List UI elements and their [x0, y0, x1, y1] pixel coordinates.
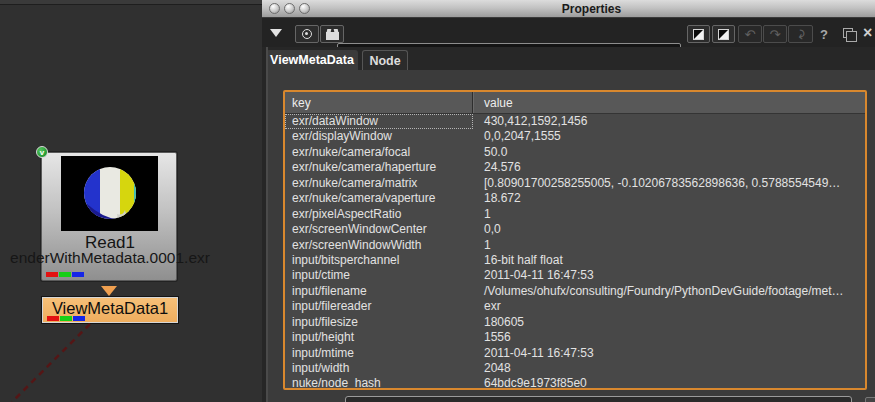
key-cell[interactable]: exr/screenWindowWidth [285, 238, 473, 253]
window-title: Properties [262, 2, 875, 16]
table-row[interactable]: exr/nuke/camera/matrix [0.80901700258255… [285, 176, 865, 191]
redo-button[interactable]: ↷ [763, 25, 787, 43]
key-cell[interactable]: input/filereader [285, 299, 473, 314]
value-cell[interactable]: 1556 [473, 330, 865, 345]
value-cell[interactable]: /Volumes/ohufx/consulting/Foundry/Python… [473, 284, 865, 299]
value-cell[interactable]: 1 [473, 238, 865, 253]
monitor-icon [326, 32, 339, 40]
key-cell[interactable]: exr/dataWindow [285, 114, 473, 129]
key-cell[interactable]: exr/nuke/camera/focal [285, 145, 473, 160]
key-cell[interactable]: input/width [285, 361, 473, 376]
table-row[interactable]: exr/dataWindow 430,412,1592,1456 [285, 114, 865, 129]
undo-icon: ↶ [745, 28, 756, 41]
key-cell[interactable]: exr/nuke/camera/matrix [285, 176, 473, 191]
value-cell[interactable]: 2011-04-11 16:47:53 [473, 268, 865, 283]
viewer-connection-wire [0, 320, 120, 402]
metadata-table[interactable]: key value exr/dataWindow 430,412,1592,14… [283, 90, 867, 390]
key-cell[interactable]: exr/nuke/camera/haperture [285, 160, 473, 175]
table-row[interactable]: input/filesize 180605 [285, 315, 865, 330]
panel-header: ↶ ↷ ↷ ? × [262, 18, 875, 47]
key-cell[interactable]: exr/displayWindow [285, 129, 473, 144]
key-cell[interactable]: input/bitsperchannel [285, 253, 473, 268]
search-input-partial[interactable] [345, 396, 852, 402]
key-cell[interactable]: input/filename [285, 284, 473, 299]
tab-viewmetadata[interactable]: ViewMetaData [266, 50, 358, 70]
revert-icon: ↷ [793, 28, 808, 41]
key-cell[interactable]: input/mtime [285, 346, 473, 361]
table-row[interactable]: exr/displayWindow 0,0,2047,1555 [285, 129, 865, 144]
value-cell[interactable]: 24.576 [473, 160, 865, 175]
help-button[interactable]: ? [820, 27, 828, 42]
key-cell[interactable]: input/filesize [285, 315, 473, 330]
beachball-thumbnail-image [61, 156, 158, 231]
key-cell[interactable]: exr/nuke/camera/vaperture [285, 191, 473, 206]
table-header-row: key value [285, 92, 865, 114]
table-row[interactable]: input/filename /Volumes/ohufx/consulting… [285, 284, 865, 299]
split-square-icon [718, 29, 729, 40]
read1-thumbnail [61, 156, 158, 231]
value-cell[interactable]: [0.80901700258255005, -0.102067835628986… [473, 176, 865, 191]
key-cell[interactable]: input/height [285, 330, 473, 345]
key-cell[interactable]: nuke/node_hash [285, 376, 473, 390]
column-header-value[interactable]: value [473, 92, 865, 113]
read1-channel-strip [46, 272, 84, 277]
value-cell[interactable]: 180605 [473, 315, 865, 330]
read1-filename: enderWithMetadata.0001.exr [0, 249, 262, 267]
metadata-table-body: exr/dataWindow 430,412,1592,1456 exr/dis… [285, 114, 865, 390]
partial-button[interactable] [865, 397, 875, 402]
table-row[interactable]: input/bitsperchannel 16-bit half float [285, 253, 865, 268]
column-header-key[interactable]: key [285, 92, 473, 113]
properties-window: Properties ↶ ↷ ↷ [262, 0, 875, 402]
value-cell[interactable]: 2011-04-11 16:47:53 [473, 346, 865, 361]
table-row[interactable]: exr/pixelAspectRatio 1 [285, 207, 865, 222]
key-cell[interactable]: exr/pixelAspectRatio [285, 207, 473, 222]
table-row[interactable]: input/mtime 2011-04-11 16:47:53 [285, 346, 865, 361]
value-cell[interactable]: 430,412,1592,1456 [473, 114, 865, 129]
table-row[interactable]: exr/nuke/camera/vaperture 18.672 [285, 191, 865, 206]
float-window-icon[interactable] [843, 28, 853, 38]
node-input-arrow-icon[interactable] [101, 286, 117, 296]
value-cell[interactable]: 18.672 [473, 191, 865, 206]
center-node-icon [302, 29, 312, 39]
table-row[interactable]: input/width 2048 [285, 361, 865, 376]
table-row[interactable]: exr/nuke/camera/haperture 24.576 [285, 160, 865, 175]
key-cell[interactable]: exr/screenWindowCenter [285, 222, 473, 237]
value-cell[interactable]: 50.0 [473, 145, 865, 160]
table-row[interactable]: exr/screenWindowCenter 0,0 [285, 222, 865, 237]
panel-left-gutter [262, 47, 268, 402]
value-cell[interactable]: exr [473, 299, 865, 314]
panel-body: key value exr/dataWindow 430,412,1592,14… [262, 70, 875, 402]
split-square-icon [693, 29, 704, 40]
value-cell[interactable]: 0,0 [473, 222, 865, 237]
viewed-badge-icon: v [36, 146, 48, 158]
channels-b-button[interactable] [712, 25, 735, 43]
screen: Read1 v enderWithMetadata.0001.exr ViewM… [0, 0, 875, 402]
undo-button[interactable]: ↶ [738, 25, 762, 43]
tab-node[interactable]: Node [362, 50, 408, 70]
close-panel-button[interactable]: × [863, 25, 872, 41]
key-cell[interactable]: input/ctime [285, 268, 473, 283]
table-row[interactable]: input/ctime 2011-04-11 16:47:53 [285, 268, 865, 283]
node-graph-canvas[interactable]: Read1 v enderWithMetadata.0001.exr ViewM… [0, 0, 262, 402]
dropdown-triangle-icon[interactable] [270, 29, 282, 37]
revert-button[interactable]: ↷ [788, 25, 813, 43]
table-row[interactable]: nuke/node_hash 64bdc9e1973f85e0 [285, 376, 865, 390]
tab-bar: ViewMetaData Node [262, 47, 875, 70]
value-cell[interactable]: 64bdc9e1973f85e0 [473, 376, 865, 390]
value-cell[interactable]: 1 [473, 207, 865, 222]
center-node-button[interactable] [295, 25, 319, 43]
postage-stamp-button[interactable] [320, 25, 344, 43]
node-graph-top-strip [0, 0, 262, 5]
table-row[interactable]: exr/nuke/camera/focal 50.0 [285, 145, 865, 160]
value-cell[interactable]: 16-bit half float [473, 253, 865, 268]
redo-icon: ↷ [770, 28, 781, 41]
table-row[interactable]: input/height 1556 [285, 330, 865, 345]
table-row[interactable]: input/filereader exr [285, 299, 865, 314]
table-row[interactable]: exr/screenWindowWidth 1 [285, 238, 865, 253]
value-cell[interactable]: 0,0,2047,1555 [473, 129, 865, 144]
window-titlebar[interactable]: Properties [262, 0, 875, 18]
value-cell[interactable]: 2048 [473, 361, 865, 376]
channels-a-button[interactable] [687, 25, 710, 43]
